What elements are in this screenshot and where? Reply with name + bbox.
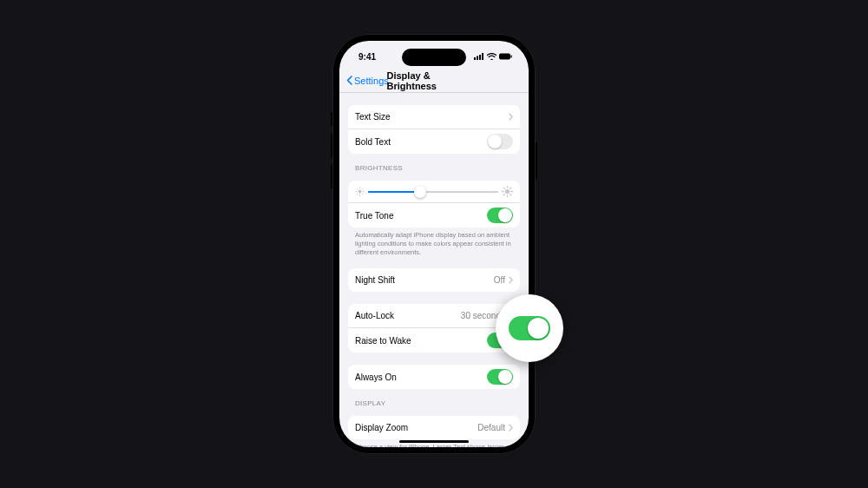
svg-line-20 [503, 188, 504, 188]
back-button[interactable]: Settings [346, 76, 389, 86]
row-label: Night Shift [355, 275, 395, 285]
volume-down-button [331, 164, 332, 188]
svg-rect-1 [477, 56, 478, 61]
row-label: Bold Text [355, 137, 391, 147]
night-shift-row[interactable]: Night Shift Off [348, 268, 520, 292]
back-label: Settings [354, 76, 389, 86]
svg-line-12 [362, 194, 363, 195]
iphone-frame: 9:41 Settings Display & Brightness Text … [332, 34, 536, 454]
chevron-left-icon [346, 76, 352, 85]
row-label: Text Size [355, 112, 391, 122]
chevron-right-icon [509, 424, 513, 432]
row-label: Raise to Wake [355, 336, 411, 346]
bold-text-row: Bold Text [348, 129, 520, 154]
svg-line-14 [362, 188, 363, 189]
cellular-icon [474, 53, 484, 60]
slider-knob[interactable] [414, 186, 426, 198]
volume-up-button [331, 134, 332, 158]
svg-rect-2 [479, 55, 481, 60]
raise-to-wake-row: Raise to Wake [348, 327, 520, 353]
navigation-bar: Settings Display & Brightness [339, 69, 529, 93]
page-title: Display & Brightness [387, 70, 482, 91]
home-indicator[interactable] [399, 440, 469, 443]
night-shift-group: Night Shift Off [348, 268, 520, 292]
svg-line-21 [510, 195, 511, 195]
row-label: Always On [355, 373, 397, 382]
true-tone-toggle[interactable] [487, 208, 513, 223]
display-header: DISPLAY [355, 399, 513, 407]
mute-switch [331, 112, 332, 126]
row-value: Off [494, 275, 505, 285]
svg-rect-5 [511, 56, 512, 58]
wifi-icon [487, 53, 496, 60]
brightness-slider[interactable] [368, 191, 498, 193]
lock-group: Auto-Lock 30 seconds Raise to Wake [348, 304, 520, 353]
svg-line-13 [357, 194, 358, 195]
always-on-toggle-magnified [509, 316, 550, 340]
text-size-row[interactable]: Text Size [348, 105, 520, 129]
always-on-toggle[interactable] [487, 369, 513, 385]
svg-rect-4 [499, 54, 510, 60]
svg-point-15 [505, 189, 510, 194]
row-label: Display Zoom [355, 423, 408, 432]
row-label: Auto-Lock [355, 311, 394, 320]
row-value: Default [477, 423, 505, 432]
sun-max-icon [502, 186, 513, 197]
true-tone-footer: Automatically adapt iPhone display based… [355, 231, 513, 256]
svg-line-11 [357, 188, 358, 189]
text-group: Text Size Bold Text [348, 105, 520, 154]
always-on-row: Always On [348, 365, 520, 389]
true-tone-row: True Tone [348, 202, 520, 228]
display-zoom-group: Display Zoom Default [348, 416, 520, 439]
magnifier-callout [496, 294, 563, 362]
brightness-slider-row [348, 181, 520, 202]
display-zoom-row[interactable]: Display Zoom Default [348, 416, 520, 439]
side-button [536, 142, 537, 179]
brightness-group: True Tone [348, 181, 520, 228]
always-on-group: Always On [348, 365, 520, 389]
row-label: True Tone [355, 211, 393, 221]
auto-lock-row[interactable]: Auto-Lock 30 seconds [348, 304, 520, 327]
screen: 9:41 Settings Display & Brightness Text … [339, 41, 529, 447]
chevron-right-icon [509, 276, 513, 284]
bold-text-toggle[interactable] [487, 134, 513, 149]
display-zoom-footer: Choose a view for iPhone. Larger Text sh… [355, 443, 513, 447]
sun-min-icon [355, 187, 365, 196]
svg-line-22 [503, 195, 504, 195]
battery-icon [499, 53, 513, 60]
chevron-right-icon [509, 113, 513, 121]
settings-content[interactable]: Text Size Bold Text BRIGHTNESS [339, 93, 529, 447]
svg-rect-3 [482, 53, 483, 60]
svg-line-23 [510, 188, 511, 188]
status-time: 9:41 [358, 52, 376, 62]
svg-rect-0 [474, 57, 476, 60]
brightness-header: BRIGHTNESS [355, 164, 513, 172]
dynamic-island [402, 49, 466, 66]
svg-point-6 [358, 189, 361, 193]
